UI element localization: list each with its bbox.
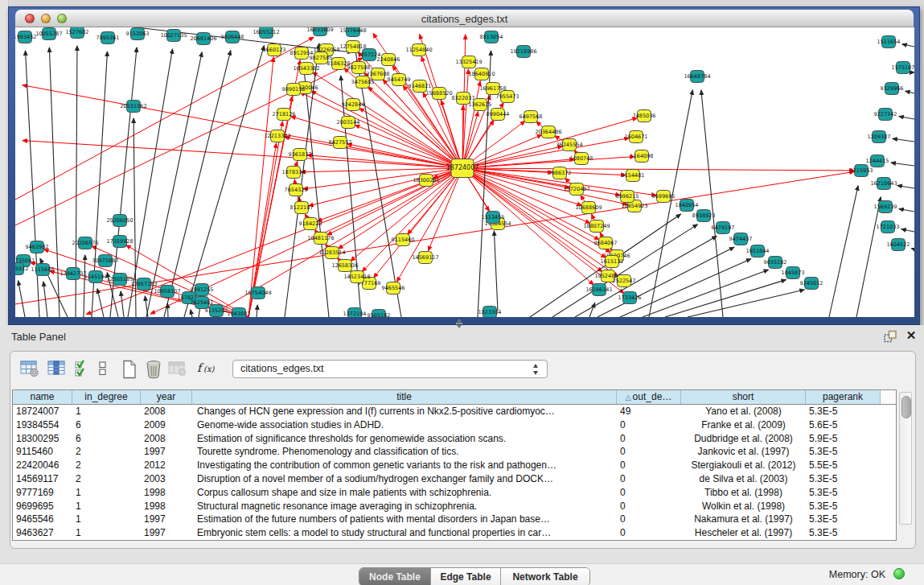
network-node[interactable]: 3475685 (351, 76, 375, 89)
network-node[interactable]: 1080748 (570, 153, 593, 165)
network-node[interactable]: 6497568 (519, 111, 543, 123)
network-node[interactable]: 19218986 (510, 46, 536, 58)
citation-edge-black[interactable] (906, 91, 914, 93)
network-node[interactable]: 1651844 (746, 245, 770, 257)
network-node[interactable]: 9505182 (368, 310, 391, 318)
delete-trash-button[interactable] (142, 358, 165, 381)
network-node[interactable]: 1511654 (877, 36, 901, 48)
table-row[interactable]: 1456911722003Disruption of a novel membe… (13, 472, 896, 486)
network-node[interactable]: 17359928 (106, 236, 133, 248)
network-node[interactable]: 9474437 (729, 233, 753, 245)
citation-edge-black[interactable] (901, 229, 914, 232)
network-node[interactable]: 8122107 (290, 202, 314, 214)
citation-edge-red[interactable] (355, 125, 462, 168)
citation-edge-red[interactable] (15, 37, 314, 200)
citation-edge-black[interactable] (49, 47, 60, 317)
citation-edge-black[interactable] (304, 68, 329, 317)
network-node[interactable]: 1993452 (15, 31, 36, 43)
network-node[interactable]: 16196141 (585, 284, 612, 296)
select-rows-button[interactable] (73, 358, 91, 381)
column-header-in_degree[interactable]: in_degree (72, 390, 141, 404)
network-node[interactable]: 36245554 (556, 139, 582, 151)
network-node[interactable]: 16210643 (870, 178, 897, 190)
network-node[interactable]: 1569239 (874, 201, 897, 213)
network-view-window[interactable]: citations_edges.txt 18724007866012389129… (8, 6, 920, 325)
citation-edge-black[interactable] (121, 291, 124, 317)
network-node[interactable]: 9462902 (26, 241, 49, 253)
function-builder-button[interactable]: f (x) (197, 361, 214, 374)
citation-edge-red[interactable] (327, 168, 462, 235)
citation-edge-red[interactable] (421, 56, 462, 168)
column-header-short[interactable]: short (681, 390, 806, 404)
network-node[interactable]: 2718126 (273, 109, 296, 121)
tab-network-table[interactable]: Network Table (501, 568, 589, 585)
network-node[interactable]: 25206050 (106, 215, 133, 227)
table-vertical-scrollbar[interactable] (899, 392, 912, 525)
network-node[interactable]: 13942737 (60, 268, 86, 280)
network-node[interactable]: 12505185 (106, 274, 133, 286)
network-node[interactable]: 7485036 (633, 110, 656, 122)
network-node[interactable]: 1115688 (31, 264, 55, 276)
float-panel-icon[interactable] (883, 330, 897, 344)
table-row[interactable]: 946554611997Estimation of the future num… (13, 513, 896, 526)
table-row[interactable]: 969969511998Structural magnetic resonanc… (13, 500, 896, 513)
network-node[interactable]: 11254840 (405, 44, 432, 56)
network-window-titlebar[interactable]: citations_edges.txt (15, 10, 914, 27)
network-node[interactable]: 9465546 (382, 282, 405, 295)
network-node[interactable]: 8813054 (480, 31, 503, 43)
column-header-pagerank[interactable]: pagerank (806, 390, 881, 404)
citation-edge-black[interactable] (911, 248, 914, 249)
citation-edge-red[interactable] (462, 168, 854, 171)
network-node[interactable]: 7895361 (97, 32, 120, 44)
network-node[interactable]: 8990444 (487, 109, 510, 121)
table-settings-button[interactable] (18, 358, 41, 381)
network-canvas[interactable]: 1872400786601238912954182260589827505165… (15, 27, 914, 317)
network-node[interactable]: 1527602 (66, 27, 89, 39)
table-row[interactable]: 977716911998Corpus callosum shape and si… (13, 486, 896, 500)
citation-edge-black[interactable] (620, 259, 751, 317)
network-node[interactable]: 1733426 (618, 292, 642, 304)
citation-edge-black[interactable] (829, 186, 858, 317)
citation-edge-black[interactable] (257, 305, 257, 317)
citation-edge-red[interactable] (462, 117, 637, 168)
network-node[interactable]: 9329966 (881, 83, 904, 95)
citation-edge-black[interactable] (494, 231, 498, 311)
network-node[interactable]: 1604671 (625, 131, 648, 143)
citation-edge-black[interactable] (191, 310, 192, 317)
network-node[interactable]: 16033809 (306, 27, 333, 36)
table-row[interactable]: 2242004622012Investigating the contribut… (13, 459, 896, 472)
citation-edge-red[interactable] (462, 134, 542, 168)
network-node[interactable]: 1878334 (282, 167, 306, 179)
table-row[interactable]: 1830029562008Estimation of significance … (13, 432, 896, 446)
row-height-button[interactable] (96, 358, 110, 381)
network-node[interactable]: 16754049 (244, 287, 271, 299)
citation-edge-black[interactable] (25, 51, 39, 317)
close-panel-icon[interactable]: ✕ (904, 328, 918, 343)
tab-edge-table[interactable]: Edge Table (431, 568, 501, 585)
network-node[interactable]: 8938923 (692, 210, 716, 222)
network-node[interactable]: 9806448 (221, 31, 244, 43)
network-node[interactable]: 9245012 (800, 278, 823, 290)
citation-edge-red[interactable] (248, 57, 273, 317)
column-header-out_de[interactable]: △out_de… (617, 390, 681, 404)
scrollbar-thumb[interactable] (901, 396, 911, 418)
network-node[interactable]: 8215953 (850, 165, 873, 177)
table-row[interactable]: 946362711997Embryonic stem cells: a mode… (13, 526, 896, 540)
network-node[interactable]: 1244415 (866, 155, 889, 167)
column-header-name[interactable]: name (13, 390, 72, 404)
network-node[interactable]: 13325419 (455, 56, 482, 68)
citation-edge-black[interactable] (18, 281, 25, 317)
network-node[interactable]: 7654329 (285, 184, 308, 196)
network-node[interactable]: 1164098 (630, 150, 654, 163)
table-row[interactable]: 911546021997Tourette syndrome. Phenomeno… (13, 445, 896, 459)
network-node[interactable]: 1840954 (676, 200, 699, 212)
new-table-button[interactable] (118, 358, 141, 381)
tab-node-table[interactable]: Node Table (359, 568, 431, 585)
network-node[interactable]: 9184223 (299, 218, 322, 230)
node-attribute-table[interactable]: namein_degreeyeartitle△out_de…shortpager… (12, 389, 897, 541)
citation-edge-red[interactable] (23, 85, 462, 168)
table-row[interactable]: 1938455462009Genome-wide association stu… (13, 418, 896, 432)
citation-edge-black[interactable] (97, 289, 104, 317)
citation-edge-black[interactable] (701, 90, 723, 317)
network-node[interactable]: 1721033 (877, 221, 900, 233)
